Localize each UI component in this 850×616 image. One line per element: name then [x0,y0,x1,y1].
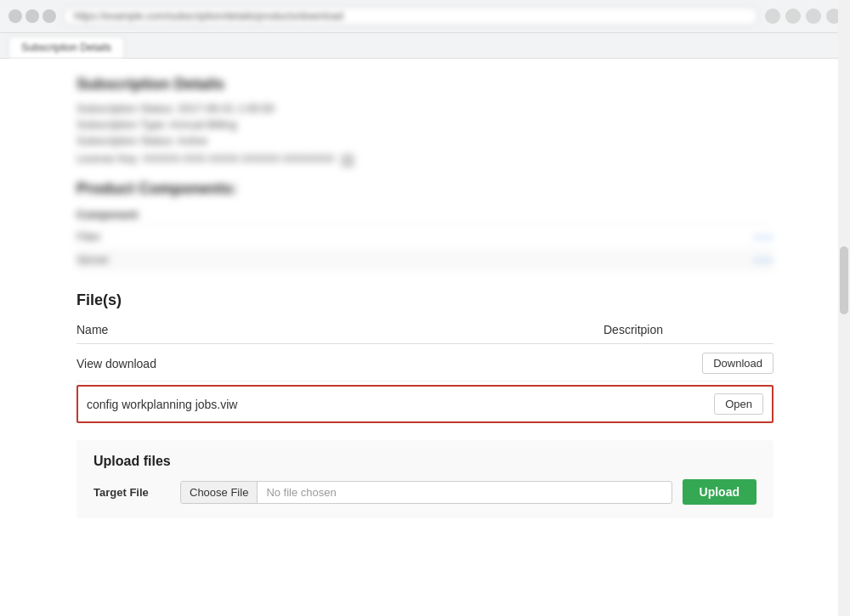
table-row: Server —— [76,248,774,271]
choose-file-button[interactable]: Choose File [181,482,258,503]
no-file-chosen-text: No file chosen [258,482,344,503]
upload-section-heading: Upload files [94,454,756,469]
product-row1-name: Filter [76,225,599,249]
extension-icon-2 [785,8,801,24]
address-bar[interactable]: https://example.com/subscription/details… [63,7,758,25]
file2-name: config workplanning jobs.viw [87,398,237,411]
subscription-status-text: Subscription Status: 2017-06-01 1:00:00 [76,102,774,115]
product-row2-name: Server [76,248,599,271]
back-btn[interactable] [8,9,22,23]
tab-bar: Subscription Details [0,33,850,59]
file-row-1: View download Download [76,346,774,381]
extension-icon-1 [765,8,780,24]
browser-controls [8,9,56,23]
reload-btn[interactable] [42,9,56,23]
name-col-header: Name [76,323,604,336]
download-button[interactable]: Download [702,353,774,374]
extension-icon-3 [806,8,821,24]
product-row2-link[interactable]: —— [753,254,774,266]
license-key-text: License Key: XXXXX-XXX-XXXX-XXXXX-XXXXXX… [76,152,334,165]
component-col-header: Component [76,205,599,225]
file-row-2-highlighted: config workplanning jobs.viw Open [76,385,774,423]
open-button[interactable]: Open [714,393,763,415]
target-file-label: Target File [94,486,170,499]
page-content: Subscription Details Subscription Status… [42,59,808,535]
files-section: File(s) Name Descritpion View download D… [76,291,774,423]
subscription-status2-text: Subscription Status: Active [76,134,774,147]
subscription-details-heading: Subscription Details [76,76,774,93]
upload-section: Upload files Target File Choose File No … [76,440,774,518]
license-key-row: License Key: XXXXX-XXX-XXXX-XXXXX-XXXXXX… [76,152,774,168]
files-section-heading: File(s) [76,291,774,309]
product-components-table: Component Filter —— Server —— [76,205,774,271]
file1-name: View download [76,357,156,370]
browser-icons [765,8,842,24]
subscription-type-text: Subscription Type: Annual Billing [76,118,774,131]
product-row1-link[interactable]: —— [753,231,774,243]
table-row: Filter —— [76,225,774,249]
copy-icon[interactable] [341,154,354,167]
description-col-header: Descritpion [604,323,774,336]
file-input-wrapper: Choose File No file chosen [180,481,672,504]
forward-btn[interactable] [26,9,39,23]
active-tab[interactable]: Subscription Details [8,37,124,58]
blurred-subscription-section: Subscription Details Subscription Status… [76,76,774,271]
scrollbar-thumb[interactable] [840,246,848,314]
browser-chrome: https://example.com/subscription/details… [0,0,850,33]
files-table-headers: Name Descritpion [76,319,774,344]
scrollbar[interactable] [838,0,850,535]
product-components-heading: Product Components: [76,180,774,198]
upload-row: Target File Choose File No file chosen U… [94,479,756,505]
upload-button[interactable]: Upload [683,479,756,505]
